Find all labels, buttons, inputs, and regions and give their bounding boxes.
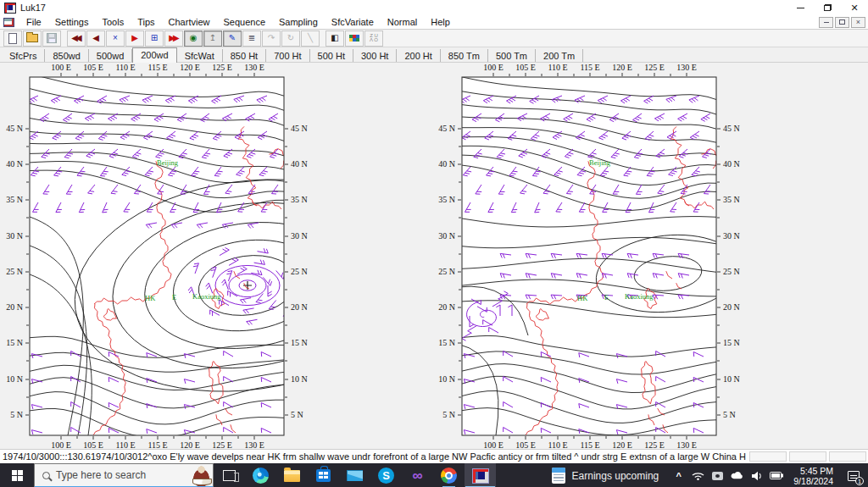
menu-sfcvariate[interactable]: SfcVariate — [325, 16, 381, 28]
minimize-button[interactable] — [787, 1, 814, 15]
menu-tools[interactable]: Tools — [95, 16, 131, 28]
child-window-icon[interactable] — [3, 18, 14, 27]
news-widget-label: Earnings upcoming — [572, 470, 659, 482]
tab-500-ht[interactable]: 500 Ht — [310, 49, 353, 62]
lat-label: 30 N — [6, 231, 23, 241]
tab-850wd[interactable]: 850wd — [45, 49, 88, 62]
tray-chevron-icon[interactable]: ^ — [670, 463, 687, 487]
tab-850-tm[interactable]: 850 Tm — [441, 49, 488, 62]
menu-items: FileSettingsToolsTipsChartviewSequenceSa… — [19, 16, 457, 28]
map-panel-left[interactable]: BeijingHKEKaoxiung100 E100 E105 E105 E11… — [6, 63, 434, 449]
menu-sampling[interactable]: Sampling — [272, 16, 325, 28]
step-back-button[interactable]: ◀ — [86, 30, 105, 47]
taskbar-chrome-button[interactable] — [433, 463, 465, 487]
spiral-tool-button[interactable]: ↻ — [281, 30, 300, 47]
taskbar-store-button[interactable] — [308, 463, 339, 487]
lon-label: 120 E — [612, 440, 632, 449]
meet-now-icon[interactable] — [709, 463, 726, 487]
search-highlight-image — [190, 465, 213, 486]
menu-normal[interactable]: Normal — [381, 16, 424, 28]
jump-start-button[interactable]: ◀◀ — [67, 30, 86, 47]
tab-200-ht[interactable]: 200 Ht — [397, 49, 440, 62]
taskbar-edge-button[interactable] — [245, 463, 276, 487]
zu-sort-button[interactable]: Z U Λ O — [364, 30, 383, 47]
tab-500wd[interactable]: 500wd — [89, 49, 132, 62]
menu-tips[interactable]: Tips — [131, 16, 161, 28]
mdi-close-button[interactable]: × — [851, 17, 865, 28]
globe-button[interactable]: ◉ — [184, 30, 203, 47]
new-file-icon — [8, 33, 17, 44]
news-widget[interactable]: Earnings upcoming — [543, 463, 668, 487]
map-panel-right[interactable]: BeijingHKEKaoxiung100 E100 E105 E105 E11… — [438, 63, 743, 449]
lat-label: 25 N — [438, 267, 455, 276]
lon-label: 120 E — [612, 63, 632, 72]
taskbar-luk17-button[interactable] — [465, 463, 496, 487]
lat-label: 5 N — [442, 410, 455, 419]
fast-forward-button[interactable]: ▶▶ — [164, 30, 183, 47]
taskbar-visual-studio-button[interactable]: ∞ — [402, 463, 433, 487]
notification-center-button[interactable]: 1 — [839, 463, 868, 487]
curve-arrow-button[interactable]: ↷ — [262, 30, 281, 47]
pen-annotate-button[interactable]: ✎ — [223, 30, 242, 47]
menu-chartview[interactable]: Chartview — [162, 16, 217, 28]
lat-label: 35 N — [6, 195, 23, 204]
station-e: E — [604, 293, 609, 302]
node-line-button[interactable]: ╲ — [301, 30, 320, 47]
tab-sfcprs[interactable]: SfcPrs — [2, 49, 45, 62]
taskbar-task-view-button[interactable] — [214, 463, 245, 487]
lon-label: 100 E — [51, 440, 71, 449]
lat-label: 35 N — [291, 195, 308, 204]
taskbar-apps: S∞ — [214, 463, 496, 487]
frame-select-button[interactable]: ⊞ — [145, 30, 164, 47]
panel-layout-button[interactable]: ◧ — [326, 30, 344, 47]
lat-label: 5 N — [10, 410, 23, 419]
search-box[interactable]: Type here to search — [34, 463, 214, 487]
lon-label: 110 E — [115, 440, 135, 449]
pen-annotate-icon: ✎ — [229, 34, 236, 42]
battery-icon[interactable] — [768, 463, 784, 487]
lat-label: 40 N — [723, 159, 740, 169]
new-file-button[interactable] — [3, 30, 22, 47]
mdi-restore-button[interactable] — [835, 17, 849, 28]
station-hk: HK — [577, 294, 588, 302]
tab-sfcwat[interactable]: SfcWat — [177, 49, 223, 62]
lat-label: 35 N — [723, 195, 740, 204]
toolbar: ◀◀◀×▶⊞▶▶◉↥✎≣↷↻╲◧Z U Λ O — [0, 30, 868, 47]
cancel-cross-button[interactable]: × — [106, 30, 125, 47]
news-icon — [552, 468, 565, 484]
wifi-icon[interactable] — [690, 463, 706, 487]
play-forward-button[interactable]: ▶ — [125, 30, 144, 47]
tab-700-ht[interactable]: 700 Ht — [266, 49, 309, 62]
speaker-icon[interactable] — [748, 463, 765, 487]
isopleth-dashes-button[interactable]: ≣ — [242, 30, 261, 47]
lon-label: 125 E — [212, 440, 232, 449]
lat-label: 15 N — [291, 338, 308, 347]
menu-settings[interactable]: Settings — [48, 16, 96, 28]
tab-300-ht[interactable]: 300 Ht — [353, 49, 397, 62]
tab-850-ht[interactable]: 850 Ht — [223, 49, 266, 62]
save-file-button[interactable] — [42, 30, 61, 47]
clock-time: 5:45 PM — [800, 466, 833, 476]
open-file-button[interactable] — [23, 30, 42, 47]
station-staff-button[interactable]: ↥ — [203, 30, 222, 47]
menu-file[interactable]: File — [19, 16, 48, 28]
lat-label: 30 N — [723, 231, 740, 241]
onedrive-cloud-icon[interactable] — [729, 463, 745, 487]
close-button[interactable]: ✕ — [841, 1, 868, 15]
lon-label: 130 E — [244, 440, 264, 449]
tab-500-tm[interactable]: 500 Tm — [488, 49, 536, 62]
start-button[interactable] — [0, 463, 34, 487]
restore-button[interactable] — [814, 1, 841, 15]
taskbar-clock[interactable]: 5:45 PM 9/18/2024 — [787, 463, 839, 487]
tab-200-tm[interactable]: 200 Tm — [536, 49, 583, 62]
tab-200wd[interactable]: 200wd — [132, 47, 176, 63]
mdi-minimize-button[interactable] — [819, 17, 833, 28]
taskbar-skype-button[interactable]: S — [370, 463, 402, 487]
lat-label: 45 N — [6, 124, 23, 133]
menu-help[interactable]: Help — [424, 16, 457, 28]
menu-sequence[interactable]: Sequence — [216, 16, 272, 28]
taskbar-mail-button[interactable] — [339, 463, 370, 487]
taskbar-file-explorer-button[interactable] — [276, 463, 308, 487]
lon-label: 120 E — [180, 63, 200, 72]
pixel-palette-button[interactable] — [345, 30, 364, 47]
